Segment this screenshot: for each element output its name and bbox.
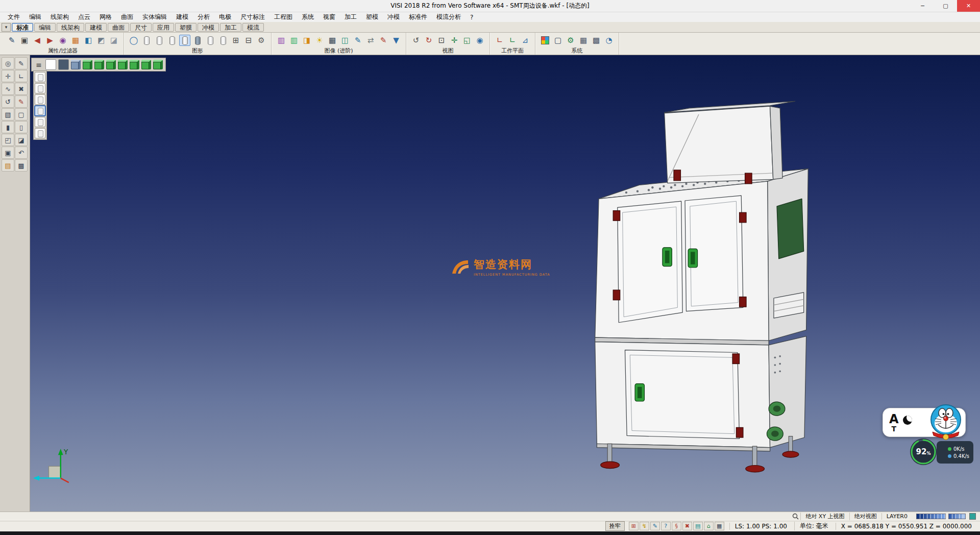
snap-delete-icon[interactable]: ✖ xyxy=(682,522,692,530)
clear-filter-icon[interactable]: ◪ xyxy=(108,35,119,46)
stats-icon[interactable]: ◔ xyxy=(603,35,615,46)
display-mode-5[interactable] xyxy=(35,117,45,127)
view-box-icon[interactable]: ⊞ xyxy=(230,35,241,46)
menu-item[interactable]: ? xyxy=(465,14,478,21)
display-mode-3[interactable] xyxy=(35,94,45,105)
tab-应用[interactable]: 应用 xyxy=(153,23,174,32)
material-icon[interactable]: ◨ xyxy=(301,35,312,46)
view-cube-top-icon[interactable] xyxy=(83,60,92,69)
tab-dropdown-icon[interactable]: ▾ xyxy=(2,23,11,32)
system-gear-icon[interactable]: ⚙ xyxy=(565,35,576,46)
rotate-icon[interactable]: ↺ xyxy=(2,95,14,108)
tab-建模[interactable]: 建模 xyxy=(85,23,107,32)
menu-item[interactable]: 网格 xyxy=(95,13,116,21)
menu-item[interactable]: 标准件 xyxy=(404,13,432,21)
menu-item[interactable]: 塑模 xyxy=(361,13,383,21)
snap-query-icon[interactable]: ? xyxy=(661,522,671,530)
absolute-view-field[interactable]: 绝对视图 xyxy=(849,513,881,520)
light-icon[interactable]: ☀ xyxy=(314,35,325,46)
palette-icon[interactable]: ▩ xyxy=(15,159,28,172)
iso-view-cube-blue-icon[interactable] xyxy=(71,60,81,69)
tab-塑膜[interactable]: 塑膜 xyxy=(175,23,197,32)
wireframe-shade-icon[interactable]: ◫ xyxy=(339,35,351,46)
orbit-sphere-icon[interactable]: ◉ xyxy=(474,35,485,46)
menu-item[interactable]: 文件 xyxy=(3,13,24,21)
pan-view-icon[interactable]: ✛ xyxy=(449,35,460,46)
layers-icon[interactable]: ▤ xyxy=(2,159,14,172)
plane-icon[interactable]: ▢ xyxy=(15,108,28,120)
view-cube-front-icon[interactable] xyxy=(94,60,104,69)
erase-icon[interactable]: ◪ xyxy=(15,134,28,146)
zoom-extents-icon[interactable]: ◱ xyxy=(461,35,473,46)
printer-icon[interactable]: ▣ xyxy=(19,35,30,46)
view-cube-bottom-icon[interactable] xyxy=(141,60,151,69)
workplane-icon[interactable]: ∟ xyxy=(494,35,505,46)
menu-item[interactable]: 编辑 xyxy=(24,13,46,21)
view-cube-left-icon[interactable] xyxy=(118,60,128,69)
close-button[interactable]: ✕ xyxy=(957,0,980,12)
menu-item[interactable]: 尺寸标注 xyxy=(236,13,270,21)
filter-back-icon[interactable]: ◀ xyxy=(32,35,43,46)
tab-线架构[interactable]: 线架构 xyxy=(57,23,84,32)
menu-item[interactable]: 实体编辑 xyxy=(138,13,172,21)
cylinder-display-icon[interactable] xyxy=(154,35,165,46)
snap-toggle-button[interactable]: 拴牢 xyxy=(605,521,625,531)
eye-filter-icon[interactable]: ◉ xyxy=(57,35,68,46)
maximize-button[interactable]: ▢ xyxy=(934,0,957,12)
tab-模流[interactable]: 模流 xyxy=(242,23,264,32)
tab-标准[interactable]: 标准 xyxy=(12,23,33,32)
menu-item[interactable]: 加工 xyxy=(340,13,361,21)
rotate-view-icon[interactable]: ↺ xyxy=(410,35,422,46)
swap-image-icon[interactable]: ⇄ xyxy=(365,35,376,46)
cylinder-display-icon[interactable] xyxy=(205,35,216,46)
dynamic-rotate-icon[interactable]: ↻ xyxy=(423,35,434,46)
graphics-settings-icon[interactable]: ⚙ xyxy=(256,35,267,46)
view-cube-iso2-icon[interactable] xyxy=(153,60,163,69)
menu-item[interactable]: 冲模 xyxy=(383,13,404,21)
shading-icon[interactable]: ▥ xyxy=(276,35,287,46)
menu-item[interactable]: 点云 xyxy=(74,13,95,21)
menu-item[interactable]: 建模 xyxy=(172,13,193,21)
display-mode-2[interactable] xyxy=(35,83,45,93)
display-mode-6[interactable] xyxy=(35,128,45,138)
annotate-blue-icon[interactable]: ✎ xyxy=(352,35,363,46)
view-box2-icon[interactable]: ⊟ xyxy=(243,35,254,46)
menu-item[interactable]: 系统 xyxy=(297,13,318,21)
menu-item[interactable]: 视窗 xyxy=(318,13,340,21)
blank-view-button[interactable] xyxy=(45,59,56,70)
view-menu-icon[interactable]: ≡ xyxy=(34,61,43,69)
annotate-red-icon[interactable]: ✎ xyxy=(378,35,389,46)
tab-加工[interactable]: 加工 xyxy=(220,23,241,32)
viewport-canvas[interactable]: ≡ 智造资料网 INTELLIGENT MANUFACTURING DATA A… xyxy=(30,55,980,512)
snap-quick-icon[interactable]: ↯ xyxy=(640,522,649,530)
texture-icon[interactable]: ▥ xyxy=(288,35,300,46)
attribute-pen-icon[interactable]: ✎ xyxy=(6,35,17,46)
tab-冲模[interactable]: 冲模 xyxy=(198,23,219,32)
tab-尺寸[interactable]: 尺寸 xyxy=(130,23,152,32)
corner-icon[interactable]: ◰ xyxy=(2,134,14,146)
sketch-icon[interactable]: ✎ xyxy=(15,57,28,69)
layer-field[interactable]: LAYER0 xyxy=(881,513,912,520)
draw-icon[interactable]: ✎ xyxy=(15,95,28,108)
mask-filter-icon[interactable]: ◧ xyxy=(83,35,94,46)
point-icon[interactable]: ✛ xyxy=(2,70,14,82)
cylinder-display-icon[interactable] xyxy=(141,35,152,46)
circle-entity-icon[interactable]: ◯ xyxy=(128,35,139,46)
menu-item[interactable]: 线架构 xyxy=(46,13,74,21)
filter-forward-icon[interactable]: ▶ xyxy=(44,35,56,46)
minimize-button[interactable]: ─ xyxy=(911,0,934,12)
solid-icon[interactable]: ▮ xyxy=(2,121,14,133)
display-mode-1[interactable] xyxy=(35,72,45,82)
menu-item[interactable]: 曲面 xyxy=(116,13,138,21)
view-cube-back-icon[interactable] xyxy=(130,60,139,69)
render-icon[interactable]: ▦ xyxy=(327,35,338,46)
active-color-chip[interactable] xyxy=(969,513,976,520)
cylinder-display-icon[interactable] xyxy=(217,35,229,46)
quick-filter-icon[interactable]: ◩ xyxy=(95,35,107,46)
display-mode-4[interactable] xyxy=(35,106,45,116)
hatch-icon[interactable]: ▧ xyxy=(2,108,14,120)
menu-item[interactable]: 电极 xyxy=(214,13,236,21)
snap-grid2-icon[interactable]: ▦ xyxy=(715,522,724,530)
cylinder-display-selected-icon[interactable] xyxy=(179,35,190,46)
workplane-align-icon[interactable]: ∟ xyxy=(507,35,518,46)
